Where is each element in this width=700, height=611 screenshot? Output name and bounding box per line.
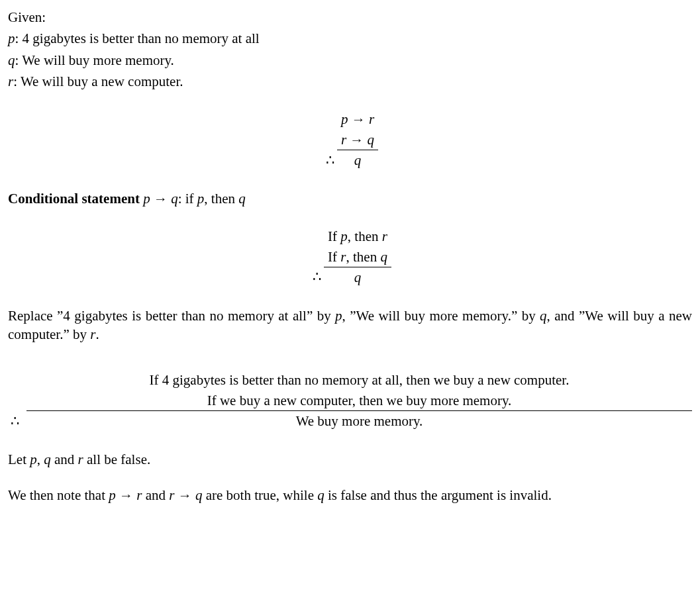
replace-paragraph: Replace ”4 gigabytes is better than no m… <box>8 306 692 344</box>
arrow-icon: → <box>352 111 366 127</box>
np-e2r: q <box>195 487 203 503</box>
np-t2: and <box>142 487 169 503</box>
sym-p2-rhs: q <box>368 132 375 148</box>
prop-r-colon: : <box>13 73 21 89</box>
symbolic-argument-table: p → r r → q ∴ q <box>322 109 378 171</box>
vp2-v2: q <box>380 249 387 265</box>
prop-r-var: r <box>8 73 13 89</box>
vp2-v1: r <box>340 249 346 265</box>
full-premise-2: If we buy a new computer, then we buy mo… <box>26 391 692 411</box>
vp2-mid: , then <box>346 249 381 265</box>
verbal-argument-block: If p, then r If r, then q ∴ q <box>8 226 692 288</box>
lp-t4: all be false. <box>83 451 150 467</box>
prop-p-var: p <box>8 30 15 46</box>
arrow-icon: → <box>350 132 364 148</box>
prop-q-text: We will buy more memory. <box>22 52 174 68</box>
vp1-v2: r <box>382 228 387 244</box>
prop-q-var: q <box>8 52 15 68</box>
proposition-r: r: We will buy a new computer. <box>8 72 692 91</box>
lp-t3: and <box>51 451 78 467</box>
let-paragraph: Let p, q and r all be false. <box>8 450 692 469</box>
symbolic-premise-1: p → r <box>337 109 378 129</box>
cond-comma-then: , then <box>204 191 238 207</box>
cond-lhs: p <box>143 191 150 207</box>
np-v1: q <box>317 487 325 503</box>
rp-t2: , ”We will buy more memory.” by <box>342 308 540 324</box>
arrow-icon: → <box>119 487 133 503</box>
arrow-icon: → <box>154 191 168 207</box>
lp-v2: q <box>44 451 51 467</box>
cond-rhs: q <box>171 191 178 207</box>
verbal-premise-2: If r, then q <box>324 247 391 267</box>
symbolic-argument-block: p → r r → q ∴ q <box>8 109 692 171</box>
therefore-symbol: ∴ <box>8 411 26 432</box>
cond-p: p <box>197 191 205 207</box>
verbal-premise-1: If p, then r <box>324 226 391 246</box>
full-conclusion: We buy more memory. <box>26 411 692 432</box>
symbolic-conclusion: q <box>337 150 378 171</box>
therefore-symbol: ∴ <box>309 267 324 287</box>
arrow-icon: → <box>178 487 192 503</box>
symbolic-premise-2: r → q <box>337 130 378 150</box>
therefore-symbol: ∴ <box>322 150 337 171</box>
prop-q-colon: : <box>15 52 23 68</box>
lp-v1: p <box>30 451 37 467</box>
full-english-argument-block: If 4 gigabytes is better than no memory … <box>8 370 692 432</box>
np-t1: We then note that <box>8 487 109 503</box>
np-e1l: p <box>109 487 116 503</box>
rp-v1: p <box>335 308 342 324</box>
vconcl-var: q <box>354 269 362 285</box>
prop-p-colon: : <box>15 30 23 46</box>
full-english-argument-table: If 4 gigabytes is better than no memory … <box>8 370 692 432</box>
cond-def-text: : if <box>178 191 197 207</box>
note-paragraph: We then note that p → r and r → q are bo… <box>8 486 692 504</box>
prop-r-text: We will buy a new computer. <box>21 73 183 89</box>
vp1-v1: p <box>340 228 348 244</box>
conditional-def-label: Conditional statement <box>8 191 143 207</box>
verbal-conclusion: q <box>324 267 391 287</box>
vp1-mid: , then <box>348 228 382 244</box>
lp-v3: r <box>78 451 83 467</box>
given-label: Given: <box>8 8 692 26</box>
rp-v2: q <box>540 308 547 324</box>
lp-t2: , <box>37 451 44 467</box>
vp2-prefix: If <box>328 249 340 265</box>
sym-concl-var: q <box>354 152 362 168</box>
sym-p1-lhs: p <box>341 111 348 127</box>
cond-q: q <box>238 191 246 207</box>
lp-t1: Let <box>8 451 30 467</box>
np-t4: is false and thus the argument is invali… <box>325 487 552 503</box>
proposition-q: q: We will buy more memory. <box>8 51 692 70</box>
rp-t1: Replace ”4 gigabytes is better than no m… <box>8 308 335 324</box>
full-premise-1: If 4 gigabytes is better than no memory … <box>26 370 692 390</box>
vp1-prefix: If <box>328 228 340 244</box>
sym-p1-rhs: r <box>369 111 374 127</box>
np-t3: are both true, while <box>202 487 317 503</box>
np-e2l: r <box>169 487 174 503</box>
rp-t4: . <box>95 326 99 342</box>
prop-p-text: 4 gigabytes is better than no memory at … <box>23 30 260 46</box>
verbal-argument-table: If p, then r If r, then q ∴ q <box>309 226 391 288</box>
sym-p2-lhs: r <box>341 132 346 148</box>
conditional-definition: Conditional statement p → q: if p, then … <box>8 189 692 208</box>
proposition-p: p: 4 gigabytes is better than no memory … <box>8 29 692 48</box>
